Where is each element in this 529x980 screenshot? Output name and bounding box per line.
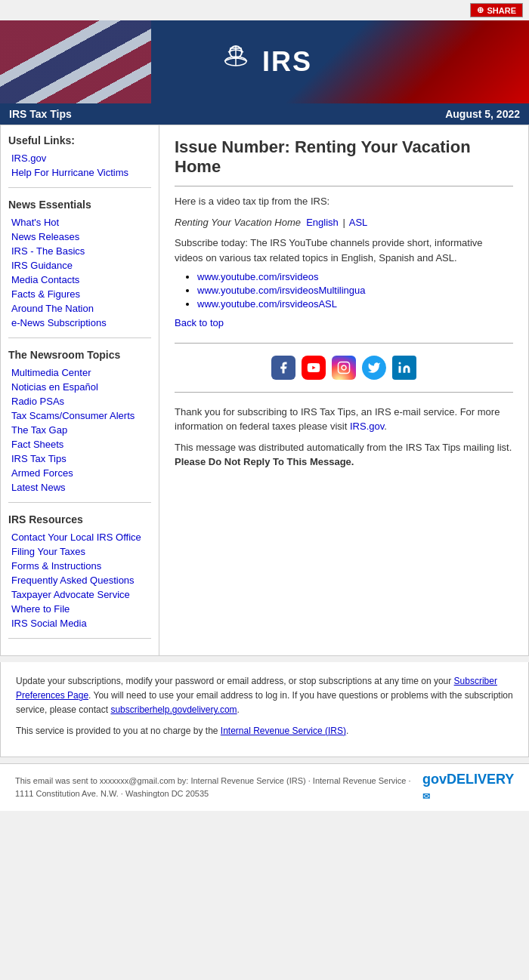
sidebar-item-taxpayer-advocate[interactable]: Taxpayer Advocate Service	[11, 587, 151, 602]
email-footer-text: This email was sent to xxxxxxx@gmail.com…	[15, 775, 422, 800]
sidebar-item-armed-forces[interactable]: Armed Forces	[11, 466, 151, 480]
asl-link[interactable]: ASL	[349, 217, 368, 228]
email-icon: ✉	[422, 791, 430, 802]
video-title-line: Renting Your Vacation Home English | ASL	[175, 215, 513, 230]
sidebar-divider-2	[8, 337, 151, 338]
social-icons	[271, 356, 416, 380]
sidebar-item-forms[interactable]: Forms & Instructions	[11, 559, 151, 573]
useful-links-list: IRS.gov Help For Hurricane Victims	[8, 151, 151, 180]
sidebar-item-media-contacts[interactable]: Media Contacts	[11, 273, 151, 287]
sidebar-divider-4	[8, 638, 151, 639]
main-wrapper: Useful Links: IRS.gov Help For Hurricane…	[0, 125, 529, 656]
sidebar-item-radio-psas[interactable]: Radio PSAs	[11, 394, 151, 408]
sidebar-item-faq[interactable]: Frequently Asked Questions	[11, 573, 151, 587]
svg-point-7	[399, 362, 401, 364]
video-title: Renting Your Vacation Home	[175, 217, 301, 228]
youtube-icon[interactable]	[302, 356, 326, 380]
youtube-links-list: www.youtube.com/irsvideos www.youtube.co…	[197, 271, 513, 310]
irs-logo-text: IRS	[262, 46, 312, 78]
title-bar: IRS Tax Tips August 5, 2022	[0, 103, 529, 125]
sidebar-item-irs-basics[interactable]: IRS - The Basics	[11, 244, 151, 258]
sidebar-item-around-nation[interactable]: Around The Nation	[11, 301, 151, 316]
facebook-svg	[277, 361, 290, 374]
content-layout: Useful Links: IRS.gov Help For Hurricane…	[1, 125, 528, 655]
share-bar: ⊕ SHARE	[0, 0, 529, 20]
govdelivery-accent: DELIVERY	[447, 772, 514, 787]
linkedin-icon[interactable]	[392, 356, 416, 380]
footer-text-2: This message was distributed automatical…	[175, 440, 513, 470]
irs-logo: IRS	[217, 43, 312, 81]
sidebar-link-irsgov[interactable]: IRS.gov	[11, 151, 151, 165]
sidebar-item-irs-tax-tips[interactable]: IRS Tax Tips	[11, 451, 151, 466]
sidebar-item-enews[interactable]: e-News Subscriptions	[11, 316, 151, 330]
govdelivery-logo: govDELIVERY ✉	[422, 772, 514, 803]
subscriber-help-link[interactable]: subscriberhelp.govdelivery.com	[110, 704, 237, 715]
social-section	[175, 343, 513, 393]
svg-rect-6	[399, 365, 401, 372]
sidebar-link-hurricane[interactable]: Help For Hurricane Victims	[11, 165, 151, 180]
bottom-paragraph-2: This service is provided to you at no ch…	[16, 724, 513, 738]
facebook-icon[interactable]	[271, 356, 295, 380]
sidebar-item-irs-guidance[interactable]: IRS Guidance	[11, 258, 151, 273]
twitter-icon[interactable]	[362, 356, 386, 380]
irsgov-footer-link[interactable]: IRS.gov	[350, 421, 384, 432]
list-item: www.youtube.com/irsvideos	[197, 271, 513, 282]
sidebar-item-noticias[interactable]: Noticias en Español	[11, 380, 151, 394]
bottom-section: Update your subscriptions, modify your p…	[0, 662, 529, 757]
sidebar-item-filing-taxes[interactable]: Filing Your Taxes	[11, 544, 151, 559]
back-to-top-container: Back to top	[175, 316, 513, 331]
sidebar-item-tax-scams[interactable]: Tax Scams/Consumer Alerts	[11, 408, 151, 423]
instagram-svg	[337, 361, 351, 374]
newsletter-title: IRS Tax Tips	[9, 108, 72, 120]
govdelivery-text: gov	[422, 772, 447, 787]
newsroom-topics-list: Multimedia Center Noticias en Español Ra…	[8, 365, 151, 495]
subscribe-text: Subscribe today: The IRS YouTube channel…	[175, 236, 513, 265]
sidebar-item-where-to-file[interactable]: Where to File	[11, 602, 151, 616]
sidebar-item-latest-news[interactable]: Latest News	[11, 480, 151, 495]
sidebar-item-tax-gap[interactable]: The Tax Gap	[11, 423, 151, 437]
sidebar-item-social-media[interactable]: IRS Social Media	[11, 616, 151, 630]
irs-link[interactable]: Internal Revenue Service (IRS)	[221, 726, 346, 736]
list-item: www.youtube.com/irsvideosASL	[197, 298, 513, 310]
link-separator: |	[342, 217, 345, 228]
list-item: www.youtube.com/irsvideosMultilingua	[197, 285, 513, 296]
issue-title: Issue Number: Renting Your Vacation Home	[175, 137, 513, 177]
intro-text: Here is a video tax tip from the IRS:	[175, 194, 513, 209]
sidebar-item-fact-sheets[interactable]: Fact Sheets	[11, 437, 151, 451]
sidebar-item-news-releases[interactable]: News Releases	[11, 230, 151, 244]
sidebar-divider-3	[8, 502, 151, 503]
useful-links-title: Useful Links:	[8, 134, 151, 146]
sidebar-item-local-office[interactable]: Contact Your Local IRS Office	[11, 530, 151, 544]
youtube-link-2[interactable]: www.youtube.com/irsvideosMultilingua	[197, 285, 366, 296]
subscriber-preferences-link[interactable]: Subscriber Preferences Page	[16, 676, 497, 701]
svg-rect-4	[339, 362, 350, 373]
footer-text-1: Thank you for subscribing to IRS Tax Tip…	[175, 405, 513, 434]
english-link[interactable]: English	[306, 217, 339, 228]
youtube-link-3[interactable]: www.youtube.com/irsvideosASL	[197, 298, 337, 310]
irs-resources-list: Contact Your Local IRS Office Filing You…	[8, 530, 151, 630]
newsletter-date: August 5, 2022	[445, 108, 520, 120]
irs-emblem-icon	[217, 43, 255, 81]
youtube-link-1[interactable]: www.youtube.com/irsvideos	[197, 271, 318, 282]
back-to-top-link[interactable]: Back to top	[175, 317, 224, 328]
share-button[interactable]: ⊕ SHARE	[470, 3, 523, 17]
content-divider-1	[175, 186, 513, 186]
instagram-icon[interactable]	[332, 356, 356, 380]
linkedin-svg	[398, 361, 411, 374]
youtube-svg	[307, 361, 320, 374]
sidebar-item-multimedia[interactable]: Multimedia Center	[11, 365, 151, 380]
news-essentials-list: What's Hot News Releases IRS - The Basic…	[8, 215, 151, 330]
sidebar-item-whats-hot[interactable]: What's Hot	[11, 215, 151, 230]
bottom-paragraph-1: Update your subscriptions, modify your p…	[16, 674, 513, 718]
flag-decoration	[0, 20, 151, 103]
sidebar-item-facts-figures[interactable]: Facts & Figures	[11, 287, 151, 301]
twitter-svg	[367, 361, 381, 374]
irs-header: IRS	[0, 20, 529, 103]
email-footer: This email was sent to xxxxxxx@gmail.com…	[0, 763, 529, 811]
share-icon: ⊕	[477, 5, 484, 15]
news-essentials-title: News Essentials	[8, 199, 151, 211]
irs-resources-title: IRS Resources	[8, 513, 151, 525]
sidebar-divider-1	[8, 187, 151, 188]
main-content: Issue Number: Renting Your Vacation Home…	[159, 125, 528, 655]
newsroom-topics-title: The Newsroom Topics	[8, 349, 151, 361]
